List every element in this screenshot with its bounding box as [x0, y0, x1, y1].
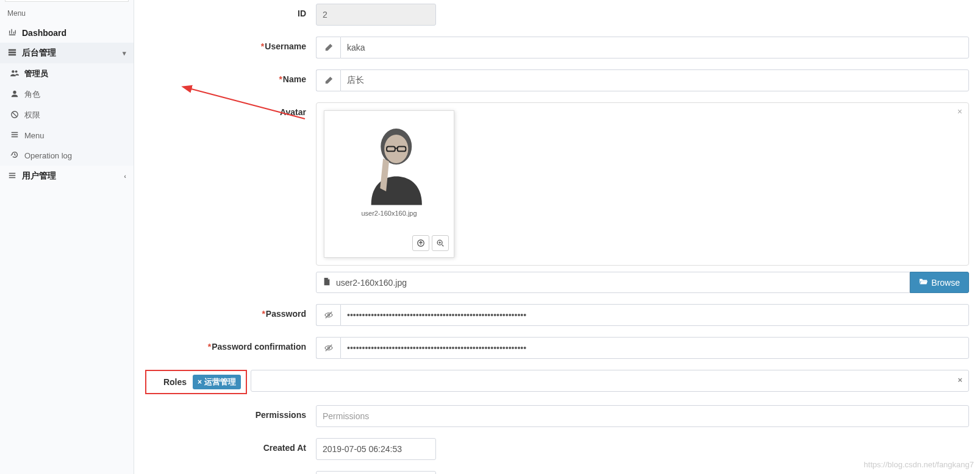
- brand-box: [5, 0, 129, 2]
- avatar-caption: user2-160x160.jpg: [329, 210, 449, 217]
- label-updated: Updated At: [145, 471, 316, 474]
- permissions-select[interactable]: Permissions: [316, 405, 969, 427]
- updated-field: [316, 471, 436, 474]
- permissions-placeholder: Permissions: [320, 410, 371, 422]
- zoom-button[interactable]: [432, 235, 449, 251]
- avatar-thumb: user2-160x160.jpg: [324, 110, 454, 258]
- label-password-confirm: *Password confirmation: [145, 337, 316, 352]
- avatar-image: [329, 116, 449, 206]
- sidebar-item-dashboard[interactable]: Dashboard: [0, 23, 134, 43]
- eye-slash-icon[interactable]: [316, 337, 340, 359]
- row-name: *Name: [145, 69, 969, 91]
- sidebar-item-roles[interactable]: 角色: [0, 84, 134, 105]
- file-icon: [323, 277, 331, 288]
- pencil-icon: [316, 37, 340, 58]
- svg-point-5: [13, 90, 16, 93]
- history-icon: [10, 150, 20, 161]
- row-roles: Roles × 运营管理 ×: [145, 370, 969, 394]
- avatar-preview: ×: [316, 102, 969, 266]
- close-icon[interactable]: ×: [957, 107, 962, 116]
- row-permissions: Permissions Permissions: [145, 405, 969, 427]
- row-created: Created At: [145, 438, 969, 460]
- label-avatar: Avatar: [145, 102, 316, 117]
- row-avatar: Avatar ×: [145, 102, 969, 293]
- sidebar-item-admins[interactable]: 管理员: [0, 63, 134, 84]
- content: ID *Username *Name: [134, 0, 980, 474]
- clear-icon[interactable]: ×: [957, 375, 962, 384]
- roles-select[interactable]: ×: [251, 370, 969, 392]
- label-password: *Password: [145, 304, 316, 319]
- sidebar-item-user-group[interactable]: 用户管理 ‹: [0, 166, 134, 186]
- row-id: ID: [145, 4, 969, 26]
- label-username: *Username: [145, 37, 316, 51]
- eye-slash-icon[interactable]: [316, 304, 340, 326]
- svg-rect-1: [9, 51, 16, 53]
- pencil-icon: [316, 69, 340, 91]
- sidebar-item-oplog[interactable]: Operation log: [0, 146, 134, 166]
- chevron-left-icon: ‹: [124, 172, 126, 180]
- svg-rect-0: [9, 49, 16, 51]
- server-icon: [7, 48, 17, 58]
- bar-chart-icon: [7, 27, 17, 38]
- sidebar-item-label: 权限: [24, 110, 40, 121]
- sidebar-item-label: Dashboard: [22, 28, 66, 38]
- id-field: [316, 4, 436, 26]
- sidebar-item-label: 用户管理: [22, 171, 56, 182]
- browse-button[interactable]: Browse: [910, 272, 969, 293]
- label-roles: Roles: [151, 377, 187, 387]
- password-field[interactable]: [340, 304, 969, 326]
- sidebar-item-label: Menu: [24, 131, 45, 140]
- row-password-confirm: *Password confirmation: [145, 337, 969, 359]
- folder-open-icon: [919, 277, 928, 288]
- svg-rect-2: [9, 54, 16, 55]
- sidebar-item-label: 角色: [24, 89, 40, 100]
- sidebar-item-menu[interactable]: Menu: [0, 126, 134, 146]
- chevron-down-icon: ▾: [123, 49, 126, 57]
- tag-remove-icon[interactable]: ×: [198, 378, 202, 386]
- sidebar-item-label: 后台管理: [22, 48, 56, 58]
- menu-header: Menu: [0, 3, 134, 23]
- label-permissions: Permissions: [145, 405, 316, 420]
- label-id: ID: [145, 4, 316, 18]
- submenu-admin: 管理员 角色 权限 Menu: [0, 63, 134, 166]
- sidebar: Menu Dashboard 后台管理 ▾ 管理员: [0, 0, 134, 474]
- sidebar-item-permissions[interactable]: 权限: [0, 105, 134, 126]
- user-icon: [10, 90, 20, 100]
- label-name: *Name: [145, 69, 316, 84]
- label-created: Created At: [145, 438, 316, 453]
- row-updated: Updated At: [145, 471, 969, 474]
- sidebar-item-label: Operation log: [24, 151, 72, 160]
- row-username: *Username: [145, 37, 969, 58]
- svg-point-3: [12, 70, 14, 73]
- bars-icon: [10, 130, 20, 141]
- created-field: [316, 438, 436, 460]
- upload-button[interactable]: [412, 235, 429, 251]
- roles-highlight-box: Roles × 运营管理: [145, 370, 247, 394]
- svg-point-4: [15, 70, 18, 73]
- sidebar-item-label: 管理员: [24, 68, 48, 79]
- users-icon: [10, 69, 20, 79]
- ban-icon: [10, 110, 20, 121]
- avatar-path-display: user2-160x160.jpg: [316, 272, 910, 293]
- password-confirm-field[interactable]: [340, 337, 969, 359]
- name-field[interactable]: [340, 69, 969, 91]
- row-password: *Password: [145, 304, 969, 326]
- username-field[interactable]: [340, 37, 969, 58]
- sidebar-item-admin-group[interactable]: 后台管理 ▾: [0, 43, 134, 63]
- bars-icon: [7, 171, 17, 182]
- role-tag[interactable]: × 运营管理: [193, 375, 241, 389]
